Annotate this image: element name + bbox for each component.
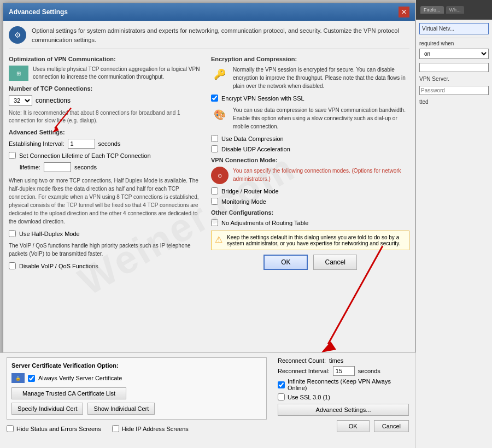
establishing-unit: seconds [98,140,121,147]
lifetime-input[interactable] [44,162,71,172]
warning-icon: ⚠ [215,234,222,245]
always-verify-checkbox[interactable] [28,375,35,382]
encrypt-ssl-label: Encrypt VPN Session with SSL [221,95,304,102]
hide-ip-checkbox[interactable] [112,425,119,432]
bottom-ok-button[interactable]: OK [337,420,370,432]
show-cert-button[interactable]: Show Individual Cert [87,403,155,415]
use-data-compression-row: Use Data Compression [211,135,409,142]
manage-cert-button[interactable]: Manage Trusted CA Certificate List [11,387,126,399]
set-lifetime-label: Set Connection Lifetime of Each TCP Conn… [19,152,151,159]
dialog-title: Advanced Settings [9,8,68,16]
advanced-settings-title: Advanced Settings: [9,129,206,135]
establishing-input[interactable] [68,139,95,149]
browser-tab-fire[interactable]: Firefo... [420,6,444,14]
right-panel-background: Firefo... Wh... Virtual Netv... required… [415,0,492,448]
compress-icon: 🎨 [211,106,229,123]
disable-udp-label: Disable UDP Acceleration [221,146,290,152]
advanced-settings-section: Advanced Settings: Establishing Interval… [9,129,206,172]
cancel-button[interactable]: Cancel [313,255,356,270]
reconnect-interval-input[interactable] [333,366,355,376]
encryption-icon: 🔑 [211,66,229,83]
hide-status-label: Hide Status and Errors Screens [16,426,101,432]
settings-icon: ⚙ [9,26,26,44]
use-data-compression-label: Use Data Compression [221,135,284,142]
right-panel: Encryption and Compression: 🔑 Normally t… [211,56,409,325]
dialog-titlebar: Advanced Settings ✕ [3,3,415,21]
advanced-settings-button[interactable]: Advanced Settings... [278,404,409,416]
monitoring-mode-checkbox[interactable] [211,198,218,205]
vpn-server-label: VPN Server. [419,76,489,82]
dialog-header: ⚙ Optional settings for system administr… [9,26,409,49]
optimization-title: Optimization of VPN Communication: [9,56,206,62]
half-duplex-desc: When using two or more TCP connections, … [9,176,206,226]
dialog-body: ⚙ Optional settings for system administr… [3,21,415,361]
tcp-connections-select[interactable]: 32124816 [9,95,32,106]
ok-button[interactable]: OK [263,255,308,270]
encryption-title: Encryption and Compression: [211,56,409,62]
use-half-duplex-checkbox[interactable] [9,230,16,237]
other-config-title: Other Configurations: [211,209,409,216]
dialog-footer: OK Cancel [211,255,409,270]
monitoring-mode-label: Monitoring Mode [221,198,266,205]
no-routing-row: No Adjustments of Routing Table [211,219,409,226]
tted-label: tted [419,99,489,105]
hide-ip-label: Hide IP Address Screens [122,426,189,432]
hide-status-row: Hide Status and Errors Screens [7,425,101,432]
establishing-label: Establishing Interval: [9,140,65,147]
bridge-router-checkbox[interactable] [211,187,218,194]
use-ssl-label: Use SSL 3.0 (1) [288,394,330,400]
connections-label: connections [36,97,71,104]
use-data-compression-checkbox[interactable] [211,135,218,142]
establishing-row: Establishing Interval: seconds [9,139,206,149]
disable-voip-checkbox[interactable] [9,262,16,269]
dialog-header-desc: Optional settings for system administrat… [32,26,409,44]
reconnect-count-unit: times [329,357,343,364]
lifetime-label: lifetime: [20,164,40,170]
no-routing-checkbox[interactable] [211,219,218,226]
disable-udp-checkbox[interactable] [211,145,218,152]
hide-status-checkbox[interactable] [7,425,14,432]
voip-desc: The VoIP / QoS functions handle high pri… [9,241,206,258]
optimization-icon: ⊞ [9,66,28,81]
warning-row: ⚠ Keep the settings default in this dial… [211,231,409,250]
encrypt-ssl-checkbox[interactable] [211,95,218,102]
reconnect-count-label: Reconnect Count: [278,357,326,364]
infinite-reconnects-checkbox[interactable] [278,381,285,388]
advanced-settings-dialog: Advanced Settings ✕ ⚙ Optional settings … [3,3,415,363]
use-half-duplex-label: Use Half-Duplex Mode [19,231,80,237]
dialog-close-button[interactable]: ✕ [399,7,409,17]
vpn-mode-desc: You can specify the following connection… [233,167,409,183]
infinite-reconnects-label: Infinite Reconnects (Keep VPN Always Onl… [288,378,409,391]
vpn-mode-title: VPN Connection Mode: [211,157,409,163]
encrypt-ssl-row: Encrypt VPN Session with SSL [211,95,409,102]
set-lifetime-row: Set Connection Lifetime of Each TCP Conn… [9,152,206,159]
reconnect-interval-unit: seconds [358,368,380,374]
right-input-1[interactable] [419,63,489,72]
specify-cert-button[interactable]: Specify Individual Cert [11,403,83,415]
cert-section: Server Certificate Verification Option: … [7,357,267,444]
right-panel-content: Virtual Netv... required when on VPN Ser… [416,20,492,110]
reconnect-section: Reconnect Count: times Reconnect Interva… [278,357,409,444]
optimization-desc: Uses multiple physical TCP connection ag… [33,66,206,81]
password-input[interactable] [419,86,489,95]
cert-verification-title: Server Certificate Verification Option: [11,362,262,369]
set-lifetime-checkbox[interactable] [9,152,16,159]
use-ssl-checkbox[interactable] [278,393,285,400]
disable-udp-row: Disable UDP Acceleration [211,145,409,152]
tcp-connections-title: Number of TCP Connections: [9,85,206,92]
use-ssl-row: Use SSL 3.0 (1) [278,393,409,400]
virtual-net-label: Virtual Netv... [419,23,489,34]
lifetime-unit: seconds [74,164,97,170]
no-routing-label: No Adjustments of Routing Table [221,220,308,226]
reconnect-interval-label: Reconnect Interval: [278,368,330,374]
browser-tab-wh[interactable]: Wh... [446,6,464,14]
bridge-router-row: Bridge / Router Mode [211,187,409,194]
right-select[interactable]: on [419,49,489,59]
always-verify-label: Always Verify Server Certificate [38,375,122,381]
cert-icon: 🔒 [11,373,25,383]
bottom-cancel-button[interactable]: Cancel [374,420,409,432]
disable-voip-label: Disable VoIP / QoS Functions [19,263,98,269]
left-panel: Optimization of VPN Communication: ⊞ Use… [9,56,206,325]
use-half-duplex-row: Use Half-Duplex Mode [9,230,206,237]
tcp-note: Note: It is recommended that about 8 con… [9,109,206,125]
